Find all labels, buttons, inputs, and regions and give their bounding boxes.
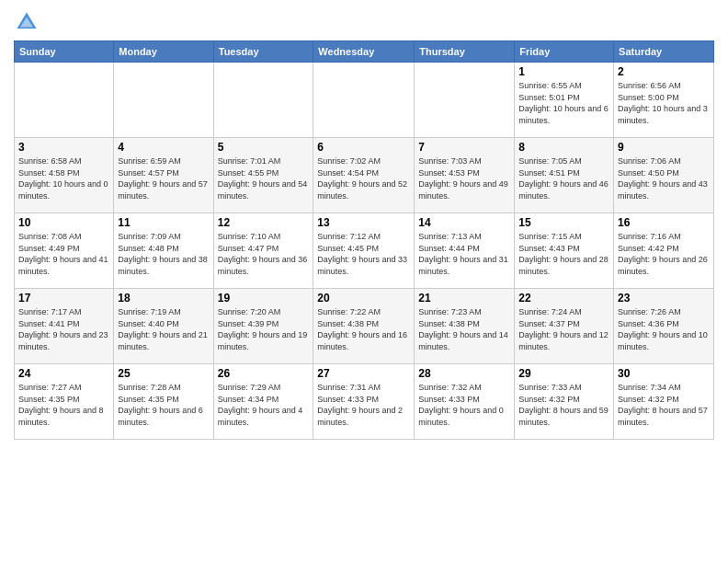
calendar-cell: 30Sunrise: 7:34 AM Sunset: 4:32 PM Dayli… [614,364,714,440]
calendar-week-row: 1Sunrise: 6:55 AM Sunset: 5:01 PM Daylig… [15,63,714,138]
weekday-header: Thursday [415,41,515,63]
day-info: Sunrise: 7:23 AM Sunset: 4:38 PM Dayligh… [418,306,510,352]
day-number: 28 [418,367,510,380]
day-info: Sunrise: 7:13 AM Sunset: 4:44 PM Dayligh… [418,231,510,277]
day-info: Sunrise: 7:15 AM Sunset: 4:43 PM Dayligh… [518,231,609,277]
calendar-cell: 29Sunrise: 7:33 AM Sunset: 4:32 PM Dayli… [515,364,614,440]
calendar-cell: 28Sunrise: 7:32 AM Sunset: 4:33 PM Dayli… [415,364,515,440]
day-info: Sunrise: 6:59 AM Sunset: 4:57 PM Dayligh… [118,155,209,201]
calendar-cell: 13Sunrise: 7:12 AM Sunset: 4:45 PM Dayli… [313,213,415,289]
day-info: Sunrise: 7:34 AM Sunset: 4:32 PM Dayligh… [618,382,710,428]
weekday-header: Sunday [15,41,114,63]
calendar-cell [213,63,313,138]
calendar-cell: 5Sunrise: 7:01 AM Sunset: 4:55 PM Daylig… [213,138,313,213]
calendar-cell: 24Sunrise: 7:27 AM Sunset: 4:35 PM Dayli… [15,364,114,440]
calendar-week-row: 24Sunrise: 7:27 AM Sunset: 4:35 PM Dayli… [15,364,714,440]
day-info: Sunrise: 7:32 AM Sunset: 4:33 PM Dayligh… [418,382,510,428]
day-number: 13 [317,216,410,229]
day-info: Sunrise: 7:08 AM Sunset: 4:49 PM Dayligh… [18,231,109,277]
calendar-cell: 16Sunrise: 7:16 AM Sunset: 4:42 PM Dayli… [614,213,714,289]
calendar-container: SundayMondayTuesdayWednesdayThursdayFrid… [0,0,728,563]
day-number: 6 [317,141,410,154]
day-info: Sunrise: 6:56 AM Sunset: 5:00 PM Dayligh… [618,80,710,126]
day-info: Sunrise: 7:05 AM Sunset: 4:51 PM Dayligh… [518,155,609,201]
calendar-cell: 20Sunrise: 7:22 AM Sunset: 4:38 PM Dayli… [313,289,415,364]
calendar-cell: 27Sunrise: 7:31 AM Sunset: 4:33 PM Dayli… [313,364,415,440]
calendar-table: SundayMondayTuesdayWednesdayThursdayFrid… [14,40,714,440]
calendar-cell: 8Sunrise: 7:05 AM Sunset: 4:51 PM Daylig… [515,138,614,213]
day-number: 18 [118,292,209,304]
calendar-cell [313,63,415,138]
calendar-cell: 25Sunrise: 7:28 AM Sunset: 4:35 PM Dayli… [114,364,213,440]
day-number: 30 [618,367,710,380]
day-number: 27 [317,367,410,380]
calendar-cell: 1Sunrise: 6:55 AM Sunset: 5:01 PM Daylig… [515,63,614,138]
calendar-cell: 15Sunrise: 7:15 AM Sunset: 4:43 PM Dayli… [515,213,614,289]
day-info: Sunrise: 7:09 AM Sunset: 4:48 PM Dayligh… [118,231,209,277]
day-info: Sunrise: 7:10 AM Sunset: 4:47 PM Dayligh… [218,231,310,277]
calendar-cell: 2Sunrise: 6:56 AM Sunset: 5:00 PM Daylig… [614,63,714,138]
day-info: Sunrise: 6:55 AM Sunset: 5:01 PM Dayligh… [518,80,609,126]
day-number: 22 [518,292,609,304]
day-number: 24 [18,367,109,380]
logo [14,9,43,35]
day-number: 8 [518,141,609,154]
calendar-cell: 18Sunrise: 7:19 AM Sunset: 4:40 PM Dayli… [114,289,213,364]
day-info: Sunrise: 7:27 AM Sunset: 4:35 PM Dayligh… [18,382,109,428]
calendar-cell: 12Sunrise: 7:10 AM Sunset: 4:47 PM Dayli… [213,213,313,289]
day-number: 4 [118,141,209,154]
day-info: Sunrise: 7:19 AM Sunset: 4:40 PM Dayligh… [118,306,209,352]
day-number: 17 [18,292,109,304]
day-number: 16 [618,216,710,229]
calendar-cell: 4Sunrise: 6:59 AM Sunset: 4:57 PM Daylig… [114,138,213,213]
calendar-cell: 14Sunrise: 7:13 AM Sunset: 4:44 PM Dayli… [415,213,515,289]
day-number: 11 [118,216,209,229]
calendar-cell [15,63,114,138]
day-number: 3 [18,141,109,154]
day-info: Sunrise: 7:20 AM Sunset: 4:39 PM Dayligh… [218,306,310,352]
calendar-cell: 22Sunrise: 7:24 AM Sunset: 4:37 PM Dayli… [515,289,614,364]
day-number: 15 [518,216,609,229]
day-info: Sunrise: 7:03 AM Sunset: 4:53 PM Dayligh… [418,155,510,201]
weekday-header: Friday [515,41,614,63]
day-number: 2 [618,65,710,78]
day-info: Sunrise: 7:29 AM Sunset: 4:34 PM Dayligh… [218,382,310,428]
calendar-cell [114,63,213,138]
day-number: 20 [317,292,410,304]
calendar-cell: 6Sunrise: 7:02 AM Sunset: 4:54 PM Daylig… [313,138,415,213]
day-number: 5 [218,141,310,154]
day-info: Sunrise: 7:24 AM Sunset: 4:37 PM Dayligh… [518,306,609,352]
day-number: 9 [618,141,710,154]
day-number: 29 [518,367,609,380]
calendar-cell: 26Sunrise: 7:29 AM Sunset: 4:34 PM Dayli… [213,364,313,440]
day-number: 23 [618,292,710,304]
calendar-cell: 7Sunrise: 7:03 AM Sunset: 4:53 PM Daylig… [415,138,515,213]
day-number: 10 [18,216,109,229]
logo-icon [14,9,40,35]
calendar-week-row: 17Sunrise: 7:17 AM Sunset: 4:41 PM Dayli… [15,289,714,364]
day-number: 19 [218,292,310,304]
day-info: Sunrise: 7:28 AM Sunset: 4:35 PM Dayligh… [118,382,209,428]
weekday-header: Wednesday [313,41,415,63]
weekday-header: Monday [114,41,213,63]
day-number: 14 [418,216,510,229]
weekday-header: Tuesday [213,41,313,63]
calendar-cell [415,63,515,138]
day-number: 21 [418,292,510,304]
day-info: Sunrise: 7:33 AM Sunset: 4:32 PM Dayligh… [518,382,609,428]
calendar-cell: 9Sunrise: 7:06 AM Sunset: 4:50 PM Daylig… [614,138,714,213]
day-number: 7 [418,141,510,154]
calendar-week-row: 3Sunrise: 6:58 AM Sunset: 4:58 PM Daylig… [15,138,714,213]
calendar-cell: 10Sunrise: 7:08 AM Sunset: 4:49 PM Dayli… [15,213,114,289]
day-info: Sunrise: 7:16 AM Sunset: 4:42 PM Dayligh… [618,231,710,277]
calendar-cell: 17Sunrise: 7:17 AM Sunset: 4:41 PM Dayli… [15,289,114,364]
calendar-cell: 23Sunrise: 7:26 AM Sunset: 4:36 PM Dayli… [614,289,714,364]
day-info: Sunrise: 7:06 AM Sunset: 4:50 PM Dayligh… [618,155,710,201]
day-info: Sunrise: 7:31 AM Sunset: 4:33 PM Dayligh… [317,382,410,428]
weekday-header-row: SundayMondayTuesdayWednesdayThursdayFrid… [15,41,714,63]
day-number: 26 [218,367,310,380]
day-number: 12 [218,216,310,229]
calendar-cell: 3Sunrise: 6:58 AM Sunset: 4:58 PM Daylig… [15,138,114,213]
day-info: Sunrise: 7:01 AM Sunset: 4:55 PM Dayligh… [218,155,310,201]
calendar-cell: 11Sunrise: 7:09 AM Sunset: 4:48 PM Dayli… [114,213,213,289]
